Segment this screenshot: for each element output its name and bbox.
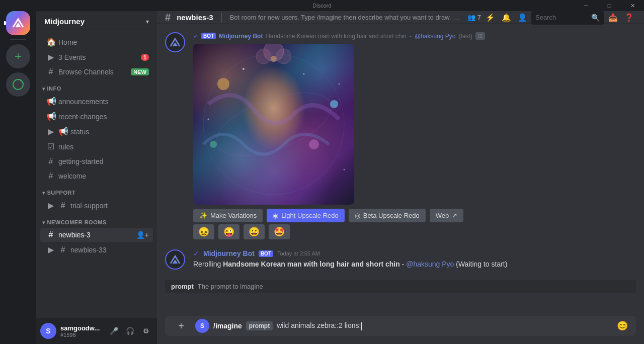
emoji-btn-1[interactable]: 😜: [218, 224, 239, 239]
cmd-label: prompt: [246, 321, 273, 330]
add-member-icon: 👤+: [136, 231, 149, 239]
help-icon[interactable]: ❓: [622, 11, 636, 25]
sidebar-body: 🏠 Home ▶ 3 Events 1 # Browse Channels NE…: [36, 30, 157, 318]
web-button[interactable]: Web ↗: [430, 209, 464, 222]
image-caption-context: Handsome Korean man with long hair and s…: [266, 33, 407, 40]
reroll-timestamp: Today at 3:55 AM: [277, 250, 320, 256]
sidebar-item-browse-label: Browse Channels: [58, 68, 114, 76]
explore-button[interactable]: [6, 72, 30, 97]
maximize-button[interactable]: □: [598, 0, 621, 11]
newbies3-icon: #: [46, 230, 55, 239]
bot-avatar-reroll: [165, 249, 185, 270]
close-button[interactable]: ✕: [621, 0, 644, 11]
sidebar-item-getting-started[interactable]: # getting-started: [40, 154, 153, 168]
webhook-icon[interactable]: ⚡: [483, 11, 497, 25]
chat-area: ✓ BOT Midjourney Bot Handsome Korean man…: [157, 24, 644, 316]
mention-context: @haksung Pyo: [415, 33, 456, 40]
welcome-icon: #: [46, 171, 55, 181]
search-placeholder: Search: [535, 14, 588, 21]
section-support-label: SUPPORT: [47, 190, 76, 196]
emoji-btn-3[interactable]: 🤩: [269, 224, 290, 239]
sidebar-item-welcome[interactable]: # welcome: [40, 169, 153, 183]
attach-button[interactable]: +: [171, 316, 191, 336]
sidebar-label-trial-support: trial-support: [70, 202, 108, 210]
light-upscale-redo-button[interactable]: ◉ Light Upscale Redo: [267, 209, 344, 222]
reroll-prefix: Rerolling: [193, 260, 223, 268]
beta-upscale-redo-button[interactable]: ◎ Beta Upscale Redo: [349, 209, 426, 222]
copy-icon[interactable]: ⊞: [475, 32, 485, 40]
members-list-icon[interactable]: 👤: [515, 11, 529, 25]
emoji-btn-2[interactable]: 😀: [244, 224, 265, 239]
sidebar-item-recent-changes[interactable]: 📢 recent-changes: [40, 109, 153, 124]
new-badge: NEW: [131, 68, 149, 75]
mic-button[interactable]: 🎤: [107, 324, 121, 338]
section-support[interactable]: ▾ SUPPORT: [36, 184, 157, 198]
user-area: S samgoodw... #1598 🎤 🎧 ⚙: [36, 318, 157, 344]
make-variations-button[interactable]: ✨ Make Variations: [193, 209, 263, 222]
titlebar: Discord ─ □ ✕: [0, 0, 644, 11]
light-upscale-icon: ◉: [273, 212, 278, 219]
user-discriminator: #1598: [60, 332, 103, 338]
avatar: S: [40, 323, 56, 339]
channel-hash-icon: #: [165, 12, 171, 23]
status-expand-icon: ▶: [46, 127, 55, 136]
headphones-button[interactable]: 🎧: [123, 324, 137, 338]
light-upscale-label: Light Upscale Redo: [281, 212, 338, 219]
user-controls: 🎤 🎧 ⚙: [107, 324, 153, 338]
section-newcomer[interactable]: ▾ NEWCOMER ROOMS: [36, 213, 157, 227]
sidebar-label-newbies-33: newbies-33: [70, 246, 107, 254]
sidebar-item-events[interactable]: ▶ 3 Events 1: [40, 50, 153, 64]
add-server-button[interactable]: +: [6, 44, 30, 68]
sidebar-item-home[interactable]: 🏠 Home: [40, 35, 153, 49]
external-link-icon: ↗: [452, 212, 457, 219]
verified-icon-reroll: ✓: [193, 249, 199, 257]
action-buttons: ✨ Make Variations ◉ Light Upscale Redo ◎…: [193, 209, 636, 222]
sidebar-item-newbies-3[interactable]: # newbies-3 👤+: [40, 228, 153, 242]
chat-input-area: + S /imagine prompt wild animals zebra::…: [157, 316, 644, 344]
reroll-header: ✓ Midjourney Bot BOT Today at 3:55 AM: [193, 249, 636, 257]
sidebar-item-rules[interactable]: ☑ rules: [40, 139, 153, 154]
member-count: 👥 7: [467, 14, 481, 21]
message-group-image: ✓ BOT Midjourney Bot Handsome Korean man…: [165, 32, 636, 241]
events-icon: ▶: [46, 52, 55, 62]
sidebar-label-welcome: welcome: [58, 172, 86, 180]
server-midjourney[interactable]: [6, 11, 30, 35]
notification-icon[interactable]: 🔔: [499, 11, 513, 25]
chevron-down-icon: ▾: [146, 18, 149, 25]
titlebar-controls: ─ □ ✕: [575, 0, 644, 11]
search-bar[interactable]: Search 🔍: [531, 11, 604, 25]
sidebar-item-announcements[interactable]: 📢 announcements: [40, 94, 153, 109]
reroll-mention: @haksung Pyo: [406, 260, 454, 268]
generated-image: [193, 44, 354, 205]
settings-button[interactable]: ⚙: [139, 324, 153, 338]
sidebar-label-getting-started: getting-started: [58, 157, 104, 165]
sidebar-item-newbies-33[interactable]: ▶ # newbies-33: [40, 242, 153, 257]
emoji-picker-button[interactable]: 😊: [615, 318, 630, 333]
chat-input-wrapper: + S /imagine prompt wild animals zebra::…: [165, 316, 636, 336]
emoji-btn-0[interactable]: 😖: [193, 224, 214, 239]
sidebar-item-events-label: 3 Events: [58, 53, 86, 61]
getting-started-icon: #: [46, 157, 55, 166]
sidebar-item-browse[interactable]: # Browse Channels NEW: [40, 65, 153, 79]
web-label: Web: [436, 212, 449, 219]
section-info-label: INFO: [47, 85, 61, 92]
sidebar-header[interactable]: Midjourney ▾: [36, 11, 157, 30]
section-info[interactable]: ▾ INFO: [36, 79, 157, 94]
input-right-icons: 😊: [615, 318, 630, 333]
trial-support-expand-icon: ▶: [46, 201, 55, 210]
input-avatar: S: [195, 319, 209, 333]
inbox-icon[interactable]: 📥: [606, 11, 620, 25]
bot-badge-reroll: BOT: [259, 250, 273, 257]
sidebar-item-home-label: Home: [58, 38, 77, 46]
sidebar-label-announcements: announcements: [58, 98, 109, 106]
sidebar-item-status[interactable]: ▶ 📢 status: [40, 124, 153, 139]
username: samgoodw...: [60, 324, 103, 332]
minimize-button[interactable]: ─: [575, 0, 598, 11]
verified-icon: ✓: [193, 33, 198, 40]
events-badge: 1: [141, 54, 149, 61]
sidebar-item-trial-support[interactable]: ▶ # trial-support: [40, 198, 153, 213]
emoji-buttons: 😖 😜 😀 🤩: [193, 224, 636, 239]
member-count-number: 7: [477, 14, 481, 21]
message-content-image: ✓ BOT Midjourney Bot Handsome Korean man…: [193, 32, 636, 241]
bot-username-reroll: Midjourney Bot: [203, 249, 255, 257]
